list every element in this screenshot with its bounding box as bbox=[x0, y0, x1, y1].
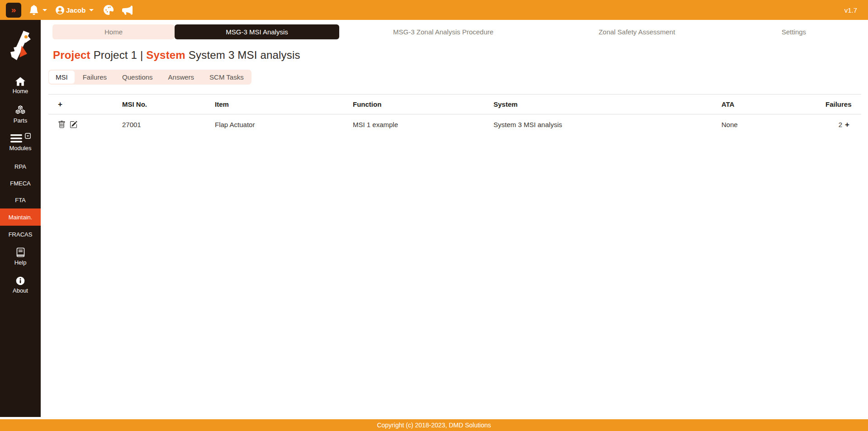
sidebar-item-label: Help bbox=[14, 259, 27, 266]
sidebar-item-label: Parts bbox=[14, 117, 27, 124]
add-msi-button[interactable]: + bbox=[58, 100, 62, 109]
cell-item: Flap Actuator bbox=[215, 121, 255, 128]
cell-failures-count: 2 bbox=[839, 121, 842, 128]
title-separator: | bbox=[137, 49, 146, 61]
subtab-answers[interactable]: Answers bbox=[161, 70, 202, 85]
page-title: Project Project 1 | System System 3 MSI … bbox=[53, 49, 861, 62]
sidebar-item-label: Home bbox=[13, 88, 28, 95]
notifications-caret-icon bbox=[43, 9, 47, 11]
col-header-failures: Failures bbox=[825, 95, 861, 114]
tab-zonal-safety-assessment[interactable]: Zonal Safety Assessment bbox=[547, 24, 726, 39]
notifications-button[interactable] bbox=[29, 5, 39, 15]
info-circle-icon bbox=[16, 276, 25, 285]
system-label: System bbox=[146, 49, 185, 61]
menu-icon bbox=[10, 134, 22, 143]
subtab-questions[interactable]: Questions bbox=[115, 70, 160, 85]
book-icon bbox=[16, 247, 25, 257]
sidebar-item-label: FTA bbox=[15, 197, 26, 204]
project-name: Project 1 bbox=[94, 49, 138, 61]
sidebar-item-label: Maintain. bbox=[9, 214, 33, 221]
sidebar-item-fmeca[interactable]: FMECA bbox=[0, 180, 41, 187]
topbar: » Jacob v1.7 bbox=[0, 0, 868, 20]
sidebar-item-label: FRACAS bbox=[9, 231, 33, 238]
col-header-item: Item bbox=[215, 95, 353, 114]
add-failure-button[interactable]: + bbox=[845, 120, 849, 129]
sidebar-item-rpa[interactable]: RPA bbox=[0, 163, 41, 170]
app-logo[interactable] bbox=[6, 26, 35, 65]
cell-msi-no: 27001 bbox=[122, 121, 141, 128]
bell-icon bbox=[29, 5, 39, 15]
cubes-icon bbox=[15, 105, 26, 115]
col-header-msi-no: MSI No. bbox=[122, 95, 215, 114]
sidebar-item-label: Modules bbox=[9, 145, 31, 152]
expand-box-icon bbox=[25, 133, 31, 139]
tab-msg3-msi-analysis[interactable]: MSG-3 MSI Analysis bbox=[175, 24, 339, 39]
user-name: Jacob bbox=[66, 6, 85, 14]
main-content: Home MSG-3 MSI Analysis MSG-3 Zonal Anal… bbox=[41, 20, 868, 135]
col-header-ata: ATA bbox=[721, 95, 825, 114]
sidebar-item-home[interactable]: Home bbox=[0, 77, 41, 95]
project-label: Project bbox=[53, 49, 90, 61]
edit-icon[interactable] bbox=[70, 121, 77, 128]
megaphone-icon bbox=[122, 5, 133, 15]
copyright-text: Copyright (c) 2018-2023, DMD Solutions bbox=[377, 422, 491, 429]
tab-settings[interactable]: Settings bbox=[726, 24, 861, 39]
subtab-msi[interactable]: MSI bbox=[49, 71, 75, 84]
sidebar: Home Parts Modules RPA FMECA FTA bbox=[0, 20, 41, 417]
bird-logo-icon bbox=[7, 28, 34, 63]
subtab-label: Failures bbox=[83, 73, 107, 81]
subtab-label: Answers bbox=[168, 73, 194, 81]
subtab-failures[interactable]: Failures bbox=[76, 70, 114, 85]
palette-icon bbox=[104, 5, 114, 15]
cell-ata: None bbox=[721, 121, 738, 128]
sidebar-item-fta[interactable]: FTA bbox=[0, 197, 41, 204]
msi-table-header-row: + MSI No. Item Function System ATA Failu… bbox=[48, 95, 861, 114]
sidebar-collapse-button[interactable]: » bbox=[6, 3, 21, 18]
col-header-function: Function bbox=[353, 95, 493, 114]
analysis-subtab-bar: MSI Failures Questions Answers SCM Tasks bbox=[48, 70, 251, 85]
user-menu[interactable]: Jacob bbox=[56, 6, 94, 14]
subtab-label: MSI bbox=[56, 73, 68, 81]
footer: Copyright (c) 2018-2023, DMD Solutions bbox=[0, 419, 868, 431]
sidebar-item-label: FMECA bbox=[10, 180, 31, 187]
subtab-scm-tasks[interactable]: SCM Tasks bbox=[202, 70, 251, 85]
sidebar-item-about[interactable]: About bbox=[0, 276, 41, 294]
tab-label: Zonal Safety Assessment bbox=[598, 28, 675, 36]
subtab-label: Questions bbox=[122, 73, 153, 81]
cell-system: System 3 MSI analysis bbox=[493, 121, 562, 128]
tab-label: MSG-3 MSI Analysis bbox=[226, 28, 288, 36]
delete-icon[interactable] bbox=[58, 121, 66, 128]
system-name: System 3 MSI analysis bbox=[189, 49, 300, 61]
tab-msg3-zonal-analysis-procedure[interactable]: MSG-3 Zonal Analysis Procedure bbox=[339, 24, 547, 39]
module-tab-bar: Home MSG-3 MSI Analysis MSG-3 Zonal Anal… bbox=[52, 24, 861, 39]
subtab-label: SCM Tasks bbox=[209, 73, 244, 81]
double-chevron-icon: » bbox=[11, 5, 16, 14]
sidebar-item-help[interactable]: Help bbox=[0, 247, 41, 266]
announcements-button[interactable] bbox=[122, 5, 133, 15]
tab-label: Settings bbox=[782, 28, 806, 36]
tab-label: MSG-3 Zonal Analysis Procedure bbox=[393, 28, 493, 36]
sidebar-item-maintain-active[interactable]: Maintain. bbox=[0, 208, 41, 226]
col-header-system: System bbox=[493, 95, 721, 114]
msi-table: + MSI No. Item Function System ATA Failu… bbox=[48, 94, 861, 135]
tab-label: Home bbox=[104, 28, 123, 36]
cell-function: MSI 1 example bbox=[353, 121, 398, 128]
person-circle-icon bbox=[56, 6, 64, 14]
sidebar-item-label: RPA bbox=[14, 163, 26, 170]
msi-table-row: 27001 Flap Actuator MSI 1 example System… bbox=[48, 114, 861, 135]
home-icon bbox=[15, 77, 25, 86]
theme-button[interactable] bbox=[104, 5, 114, 15]
sidebar-item-parts[interactable]: Parts bbox=[0, 105, 41, 124]
app-version: v1.7 bbox=[844, 6, 857, 14]
sidebar-item-fracas[interactable]: FRACAS bbox=[0, 231, 41, 238]
sidebar-item-modules[interactable]: Modules bbox=[0, 134, 41, 152]
tab-home[interactable]: Home bbox=[52, 24, 175, 39]
sidebar-item-label: About bbox=[13, 287, 28, 294]
user-caret-icon bbox=[89, 9, 94, 11]
